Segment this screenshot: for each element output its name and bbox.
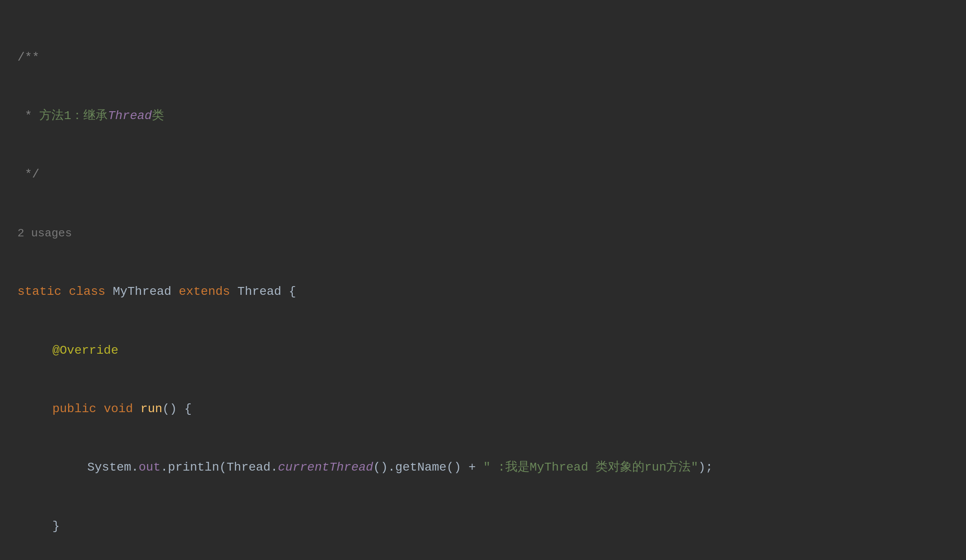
inner-close-1: } <box>17 517 949 536</box>
code-editor: /** * 方法1：继承Thread类 */ 2 usages static c… <box>17 9 949 560</box>
class-decl-1: static class MyThread extends Thread { <box>17 282 949 302</box>
annotation-1: @Override <box>17 341 949 361</box>
comment-content-1: * 方法1：继承Thread类 <box>17 106 949 126</box>
comment-open-1: /** <box>17 48 949 68</box>
comment-close-1: */ <box>17 165 949 184</box>
method-sig-1: public void run() { <box>17 400 949 419</box>
usages-1: 2 usages <box>17 224 949 243</box>
system-println-1: System.out.println(Thread.currentThread(… <box>17 458 949 478</box>
